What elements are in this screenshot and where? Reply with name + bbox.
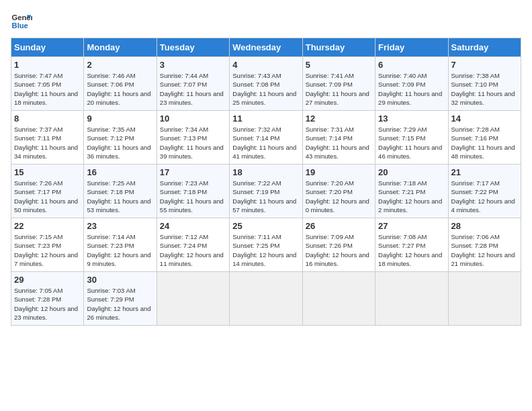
day-detail: Sunrise: 7:18 AM Sunset: 7:21 PM Dayligh…: [378, 179, 445, 214]
day-detail: Sunrise: 7:22 AM Sunset: 7:19 PM Dayligh…: [232, 179, 299, 214]
day-number: 22: [14, 221, 81, 231]
day-detail: Sunrise: 7:25 AM Sunset: 7:18 PM Dayligh…: [87, 179, 153, 214]
day-detail: Sunrise: 7:40 AM Sunset: 7:09 PM Dayligh…: [378, 71, 445, 107]
day-detail: Sunrise: 7:09 AM Sunset: 7:26 PM Dayligh…: [306, 232, 372, 268]
calendar-cell: 24 Sunrise: 7:12 AM Sunset: 7:24 PM Dayl…: [157, 218, 229, 272]
day-detail: Sunrise: 7:34 AM Sunset: 7:13 PM Dayligh…: [160, 125, 226, 161]
day-detail: Sunrise: 7:03 AM Sunset: 7:29 PM Dayligh…: [87, 286, 153, 322]
page-header: General Blue: [11, 11, 521, 32]
day-number: 28: [451, 221, 518, 231]
calendar-cell: 4 Sunrise: 7:43 AM Sunset: 7:08 PM Dayli…: [230, 57, 302, 111]
day-detail: Sunrise: 7:26 AM Sunset: 7:17 PM Dayligh…: [14, 179, 81, 214]
day-detail: Sunrise: 7:17 AM Sunset: 7:22 PM Dayligh…: [451, 179, 518, 214]
calendar-cell: [157, 272, 229, 326]
calendar-body: 1 Sunrise: 7:47 AM Sunset: 7:05 PM Dayli…: [11, 57, 521, 326]
calendar-cell: 5 Sunrise: 7:41 AM Sunset: 7:09 PM Dayli…: [302, 57, 375, 111]
calendar-header: SundayMondayTuesdayWednesdayThursdayFrid…: [11, 38, 521, 57]
day-number: 18: [232, 167, 299, 177]
day-number: 5: [306, 60, 372, 70]
calendar-cell: 27 Sunrise: 7:08 AM Sunset: 7:27 PM Dayl…: [375, 218, 448, 272]
day-number: 21: [451, 167, 518, 177]
calendar-cell: 25 Sunrise: 7:11 AM Sunset: 7:25 PM Dayl…: [230, 218, 302, 272]
day-number: 30: [87, 275, 153, 285]
weekday-header: Friday: [375, 38, 448, 57]
calendar-cell: 15 Sunrise: 7:26 AM Sunset: 7:17 PM Dayl…: [11, 165, 84, 218]
day-detail: Sunrise: 7:47 AM Sunset: 7:05 PM Dayligh…: [14, 71, 81, 107]
calendar-cell: 20 Sunrise: 7:18 AM Sunset: 7:21 PM Dayl…: [375, 165, 448, 218]
calendar-cell: 23 Sunrise: 7:14 AM Sunset: 7:23 PM Dayl…: [84, 218, 157, 272]
day-number: 19: [306, 167, 372, 177]
weekday-header: Tuesday: [157, 38, 229, 57]
calendar-cell: 30 Sunrise: 7:03 AM Sunset: 7:29 PM Dayl…: [84, 272, 157, 326]
day-detail: Sunrise: 7:28 AM Sunset: 7:16 PM Dayligh…: [451, 125, 518, 161]
day-number: 2: [87, 60, 153, 70]
day-number: 10: [160, 113, 226, 124]
day-detail: Sunrise: 7:20 AM Sunset: 7:20 PM Dayligh…: [306, 179, 372, 214]
day-detail: Sunrise: 7:14 AM Sunset: 7:23 PM Dayligh…: [87, 232, 153, 268]
day-number: 24: [160, 221, 226, 231]
calendar-cell: 6 Sunrise: 7:40 AM Sunset: 7:09 PM Dayli…: [375, 57, 448, 111]
day-number: 15: [14, 167, 81, 177]
weekday-header: Monday: [84, 38, 157, 57]
calendar-cell: 2 Sunrise: 7:46 AM Sunset: 7:06 PM Dayli…: [84, 57, 157, 111]
calendar-cell: 18 Sunrise: 7:22 AM Sunset: 7:19 PM Dayl…: [230, 165, 302, 218]
calendar-cell: 12 Sunrise: 7:31 AM Sunset: 7:14 PM Dayl…: [302, 111, 375, 165]
day-number: 11: [232, 113, 299, 124]
calendar-table: SundayMondayTuesdayWednesdayThursdayFrid…: [11, 38, 521, 326]
calendar-cell: 3 Sunrise: 7:44 AM Sunset: 7:07 PM Dayli…: [157, 57, 229, 111]
calendar-cell: [230, 272, 302, 326]
day-number: 6: [378, 60, 445, 70]
calendar-row: 8 Sunrise: 7:37 AM Sunset: 7:11 PM Dayli…: [11, 111, 521, 165]
logo: General Blue: [11, 11, 32, 32]
calendar-cell: 10 Sunrise: 7:34 AM Sunset: 7:13 PM Dayl…: [157, 111, 229, 165]
calendar-cell: 19 Sunrise: 7:20 AM Sunset: 7:20 PM Dayl…: [302, 165, 375, 218]
calendar-cell: 17 Sunrise: 7:23 AM Sunset: 7:18 PM Dayl…: [157, 165, 229, 218]
day-detail: Sunrise: 7:23 AM Sunset: 7:18 PM Dayligh…: [160, 179, 226, 214]
day-number: 20: [378, 167, 445, 177]
day-number: 14: [451, 113, 518, 124]
day-detail: Sunrise: 7:41 AM Sunset: 7:09 PM Dayligh…: [306, 71, 372, 107]
calendar-cell: 9 Sunrise: 7:35 AM Sunset: 7:12 PM Dayli…: [84, 111, 157, 165]
calendar-cell: 7 Sunrise: 7:38 AM Sunset: 7:10 PM Dayli…: [448, 57, 521, 111]
calendar-cell: 8 Sunrise: 7:37 AM Sunset: 7:11 PM Dayli…: [11, 111, 84, 165]
calendar-cell: [302, 272, 375, 326]
day-detail: Sunrise: 7:44 AM Sunset: 7:07 PM Dayligh…: [160, 71, 226, 107]
day-detail: Sunrise: 7:05 AM Sunset: 7:28 PM Dayligh…: [14, 286, 81, 322]
day-detail: Sunrise: 7:08 AM Sunset: 7:27 PM Dayligh…: [378, 232, 445, 268]
calendar-cell: 29 Sunrise: 7:05 AM Sunset: 7:28 PM Dayl…: [11, 272, 84, 326]
calendar-cell: [448, 272, 521, 326]
weekday-header: Wednesday: [230, 38, 302, 57]
weekday-header: Saturday: [448, 38, 521, 57]
calendar-cell: 26 Sunrise: 7:09 AM Sunset: 7:26 PM Dayl…: [302, 218, 375, 272]
day-number: 17: [160, 167, 226, 177]
day-detail: Sunrise: 7:15 AM Sunset: 7:23 PM Dayligh…: [14, 232, 81, 268]
day-number: 23: [87, 221, 153, 231]
day-number: 29: [14, 275, 81, 285]
day-number: 26: [306, 221, 372, 231]
calendar-cell: 14 Sunrise: 7:28 AM Sunset: 7:16 PM Dayl…: [448, 111, 521, 165]
day-detail: Sunrise: 7:12 AM Sunset: 7:24 PM Dayligh…: [160, 232, 226, 268]
day-detail: Sunrise: 7:46 AM Sunset: 7:06 PM Dayligh…: [87, 71, 153, 107]
calendar-cell: [375, 272, 448, 326]
day-number: 4: [232, 60, 299, 70]
day-detail: Sunrise: 7:35 AM Sunset: 7:12 PM Dayligh…: [87, 125, 153, 161]
svg-text:Blue: Blue: [12, 21, 28, 30]
logo-icon: General Blue: [11, 11, 32, 32]
calendar-cell: 16 Sunrise: 7:25 AM Sunset: 7:18 PM Dayl…: [84, 165, 157, 218]
calendar-cell: 1 Sunrise: 7:47 AM Sunset: 7:05 PM Dayli…: [11, 57, 84, 111]
weekday-header: Thursday: [302, 38, 375, 57]
day-number: 9: [87, 113, 153, 124]
day-detail: Sunrise: 7:37 AM Sunset: 7:11 PM Dayligh…: [14, 125, 81, 161]
calendar-row: 22 Sunrise: 7:15 AM Sunset: 7:23 PM Dayl…: [11, 218, 521, 272]
day-number: 7: [451, 60, 518, 70]
day-detail: Sunrise: 7:31 AM Sunset: 7:14 PM Dayligh…: [306, 125, 372, 161]
calendar-row: 1 Sunrise: 7:47 AM Sunset: 7:05 PM Dayli…: [11, 57, 521, 111]
calendar-cell: 21 Sunrise: 7:17 AM Sunset: 7:22 PM Dayl…: [448, 165, 521, 218]
calendar-cell: 22 Sunrise: 7:15 AM Sunset: 7:23 PM Dayl…: [11, 218, 84, 272]
day-number: 8: [14, 113, 81, 124]
day-number: 12: [306, 113, 372, 124]
day-number: 13: [378, 113, 445, 124]
calendar-cell: 28 Sunrise: 7:06 AM Sunset: 7:28 PM Dayl…: [448, 218, 521, 272]
day-detail: Sunrise: 7:11 AM Sunset: 7:25 PM Dayligh…: [232, 232, 299, 268]
calendar-row: 29 Sunrise: 7:05 AM Sunset: 7:28 PM Dayl…: [11, 272, 521, 326]
